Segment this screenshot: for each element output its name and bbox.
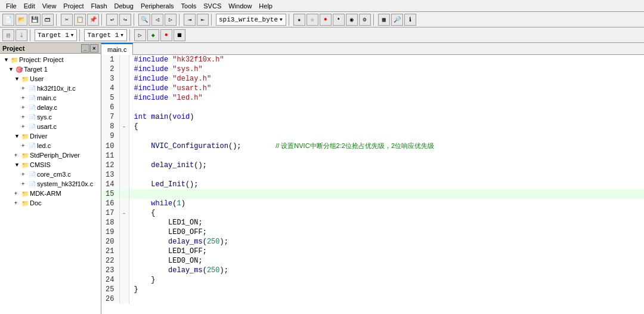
stop-btn[interactable]: ●	[320, 14, 332, 26]
editor-tab-mainc[interactable]: main.c	[101, 43, 133, 55]
line-marker: -	[119, 208, 129, 218]
tree-hk32-file[interactable]: + 📄 hk32f10x_it.c	[0, 84, 101, 93]
bookmark1-btn[interactable]: ★	[293, 14, 305, 26]
zoom-btn[interactable]: 🔎	[391, 14, 403, 26]
tree-led-file[interactable]: + 📄 led.c	[0, 141, 101, 150]
tree-sys-file[interactable]: + 📄 sys.c	[0, 112, 101, 122]
tree-toggle-sys[interactable]: +	[21, 114, 29, 120]
tree-target1[interactable]: ▼ 🎯 Target 1	[0, 64, 101, 74]
code-line: NVIC_Configuration(); // 设置NVIC中断分组2:2位抢…	[129, 141, 644, 151]
tree-corecm3-file[interactable]: + 📄 core_cm3.c	[0, 170, 101, 179]
tree-driver-folder[interactable]: ▼ 📁 Driver	[0, 131, 101, 141]
find-btn[interactable]: 🔍	[138, 14, 150, 26]
copy-btn[interactable]: 📋	[74, 14, 86, 26]
nav-back-btn[interactable]: ◁	[151, 14, 163, 26]
line-num: 19	[101, 227, 119, 237]
tree-user-folder[interactable]: ▼ 📁 User	[0, 74, 101, 84]
code-line[interactable]	[129, 189, 644, 199]
line-marker	[119, 151, 129, 161]
tree-delay-file[interactable]: + 📄 delay.c	[0, 103, 101, 112]
menu-peripherals[interactable]: Peripherals	[137, 2, 178, 10]
tree-stdperiph-folder[interactable]: + 📁 StdPeriph_Driver	[0, 150, 101, 160]
menu-svcs[interactable]: SVCS	[200, 2, 225, 10]
menu-file[interactable]: File	[2, 2, 20, 10]
tree-stdperiph-label: StdPeriph_Driver	[30, 152, 80, 159]
dot3-btn[interactable]: ⚙	[359, 14, 371, 26]
code-area[interactable]: 1 #include "hk32f10x.h" 2 #include "sys.…	[101, 55, 644, 314]
toolbar-2: ▤ ⤓ Target 1 ▾ Target 1 ▾ ▷ ◆ ● ⏹	[0, 27, 644, 43]
redo-btn[interactable]: ↪	[119, 14, 131, 26]
tree-mdkarm-label: MDK-ARM	[30, 190, 61, 197]
paste-btn[interactable]: 📌	[87, 14, 99, 26]
tree-main-file[interactable]: + 📄 main.c	[0, 93, 101, 103]
debug-stop-btn[interactable]: ⏹	[174, 29, 185, 41]
menu-window[interactable]: Window	[225, 2, 255, 10]
table-row: 3 #include "delay.h"	[101, 74, 644, 84]
function-dropdown[interactable]: spi3_write_byte ▾	[216, 14, 286, 26]
tree-toggle-main[interactable]: +	[21, 95, 29, 101]
menu-flash[interactable]: Flash	[88, 2, 111, 10]
menubar: File Edit View Project Flash Debug Perip…	[0, 0, 644, 12]
tree-toggle-system[interactable]: +	[21, 181, 29, 187]
save-btn[interactable]: 💾	[29, 14, 41, 26]
tree-toggle-root[interactable]: ▼	[4, 57, 11, 63]
tree-toggle-stdperiph[interactable]: +	[14, 152, 21, 158]
load-btn[interactable]: ⤓	[16, 29, 27, 41]
sep9	[79, 29, 82, 41]
save-all-btn[interactable]: 🗃	[42, 14, 54, 26]
undo-btn[interactable]: ↩	[106, 14, 118, 26]
debug-green-btn[interactable]: ◆	[147, 29, 159, 41]
menu-debug[interactable]: Debug	[111, 2, 137, 10]
tree-toggle-led[interactable]: +	[21, 143, 29, 149]
open-btn[interactable]: 📂	[16, 14, 27, 26]
line-marker	[119, 199, 129, 208]
tree-usart-file[interactable]: + 📄 usart.c	[0, 122, 101, 131]
cut-btn[interactable]: ✂	[61, 14, 73, 26]
tree-root[interactable]: ▼ 📁 Project: Project	[0, 55, 101, 64]
menu-tools[interactable]: Tools	[178, 2, 200, 10]
target-dropdown1[interactable]: Target 1 ▾	[35, 29, 77, 41]
new-btn[interactable]: 📄	[2, 14, 14, 26]
folder-icon-doc: 📁	[21, 200, 29, 207]
code-line: {	[129, 122, 644, 131]
panel-collapse-btn[interactable]: _	[81, 44, 89, 53]
indent-btn[interactable]: ⇥	[184, 14, 196, 26]
grid-btn[interactable]: ▦	[378, 14, 390, 26]
tree-toggle-hk32[interactable]: +	[21, 85, 29, 91]
dot2-btn[interactable]: ◉	[346, 14, 358, 26]
build-btn[interactable]: ▤	[2, 29, 14, 41]
tree-toggle-corecm3[interactable]: +	[21, 171, 29, 177]
tree-system-file[interactable]: + 📄 system_hk32f10x.c	[0, 179, 101, 189]
info-btn[interactable]: ℹ	[404, 14, 416, 26]
panel-close-btn[interactable]: ×	[90, 44, 98, 53]
nav-fwd-btn[interactable]: ▷	[165, 14, 177, 26]
tree-toggle-delay[interactable]: +	[21, 104, 29, 110]
tree-toggle-doc[interactable]: +	[14, 200, 21, 206]
folder-icon-cmsis: 📁	[21, 162, 29, 168]
menu-help[interactable]: Help	[255, 2, 276, 10]
unindent-btn[interactable]: ⇤	[197, 14, 209, 26]
tree-toggle-mdkarm[interactable]: +	[14, 190, 21, 196]
menu-edit[interactable]: Edit	[20, 2, 39, 10]
table-row: 23 delay_ms(250);	[101, 266, 644, 275]
tree-doc-folder[interactable]: + 📁 Doc	[0, 198, 101, 208]
debug-start-btn[interactable]: ▷	[134, 29, 146, 41]
table-row: 5 #include "led.h"	[101, 93, 644, 103]
tree-usart-label: usart.c	[37, 123, 57, 130]
tree-toggle-driver[interactable]: ▼	[14, 133, 21, 139]
target-dropdown2[interactable]: Target 1 ▾	[84, 29, 126, 41]
line-marker	[119, 93, 129, 103]
bookmark2-btn[interactable]: ☆	[306, 14, 318, 26]
tree-toggle-cmsis[interactable]: ▼	[14, 162, 21, 168]
table-row: 14 Led_Init();	[101, 180, 644, 189]
tree-toggle-usart[interactable]: +	[21, 124, 29, 130]
tree-mdkarm-folder[interactable]: + 📁 MDK-ARM	[0, 189, 101, 198]
dot1-btn[interactable]: •	[333, 14, 345, 26]
menu-view[interactable]: View	[39, 2, 60, 10]
line-marker	[119, 170, 129, 180]
tree-cmsis-folder[interactable]: ▼ 📁 CMSIS	[0, 160, 101, 170]
tree-toggle-target1[interactable]: ▼	[8, 66, 16, 72]
tree-toggle-user[interactable]: ▼	[14, 76, 21, 82]
debug-red-btn[interactable]: ●	[160, 29, 172, 41]
menu-project[interactable]: Project	[60, 2, 87, 10]
